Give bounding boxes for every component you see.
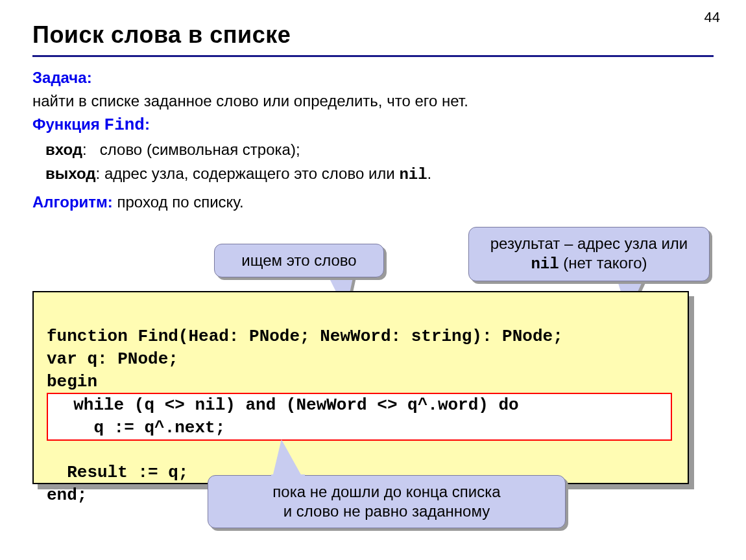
callout-text-b: (нет такого) bbox=[559, 254, 647, 272]
output-row: выход: адрес узла, содержащего это слово… bbox=[45, 163, 714, 185]
callout-result: результат – адрес узла или nil (нет тако… bbox=[468, 227, 710, 281]
slide-title: Поиск слова в списке bbox=[32, 19, 714, 51]
callout-search-word: ищем это слово bbox=[214, 244, 384, 277]
input-text: слово (символьная строка); bbox=[100, 141, 300, 158]
page-number: 44 bbox=[704, 8, 720, 27]
function-name: Find bbox=[104, 115, 145, 135]
code-line: function Find(Head: PNode; NewWord: stri… bbox=[47, 327, 563, 346]
code-line: var q: PNode; bbox=[47, 349, 178, 369]
code-line: q := q^.next; bbox=[53, 418, 225, 438]
callout-nil: nil bbox=[531, 255, 559, 273]
code-line: while (q <> nil) and (NewWord <> q^.word… bbox=[53, 395, 519, 415]
code-line: end; bbox=[47, 485, 87, 505]
code-box: function Find(Head: PNode; NewWord: stri… bbox=[32, 291, 689, 484]
output-text-b: . bbox=[427, 165, 432, 182]
algo-row: Алгоритм: проход по списку. bbox=[32, 192, 714, 213]
code-highlight: while (q <> nil) and (NewWord <> q^.word… bbox=[47, 393, 672, 441]
punct: : bbox=[96, 165, 104, 182]
algo-text: проход по списку. bbox=[117, 193, 244, 211]
title-divider bbox=[32, 55, 714, 57]
callout-line1: пока не дошли до конца списка bbox=[272, 483, 500, 500]
slide: 44 Поиск слова в списке Задача: найти в … bbox=[0, 0, 746, 560]
code-line: begin bbox=[47, 372, 97, 391]
algo-label: Алгоритм: bbox=[32, 193, 113, 211]
input-row: вход: слово (символьная строка); bbox=[45, 139, 714, 160]
output-nil: nil bbox=[399, 166, 427, 183]
function-label-prefix: Функция bbox=[32, 115, 104, 133]
callout-text: ищем это слово bbox=[241, 251, 356, 269]
code-line: Result := q; bbox=[47, 463, 188, 482]
callout-tail-cover bbox=[271, 474, 305, 480]
function-row: Функция Find: bbox=[32, 114, 714, 137]
output-text-a: адрес узла, содержащего это слово или bbox=[104, 165, 399, 182]
callout-text-a: результат – адрес узла или bbox=[490, 235, 688, 252]
task-text: найти в списке заданное слово или опреде… bbox=[32, 91, 714, 111]
task-row: Задача: bbox=[32, 67, 714, 88]
code-block: function Find(Head: PNode; NewWord: stri… bbox=[32, 291, 714, 484]
callout-line2: и слово не равно заданному bbox=[283, 502, 490, 520]
task-label: Задача: bbox=[32, 69, 92, 86]
function-label-suffix: : bbox=[145, 115, 150, 133]
output-label: выход bbox=[45, 165, 96, 182]
callout-loop-condition: пока не дошли до конца списка и слово не… bbox=[208, 475, 566, 528]
punct: : bbox=[82, 141, 100, 158]
input-label: вход bbox=[45, 141, 82, 158]
